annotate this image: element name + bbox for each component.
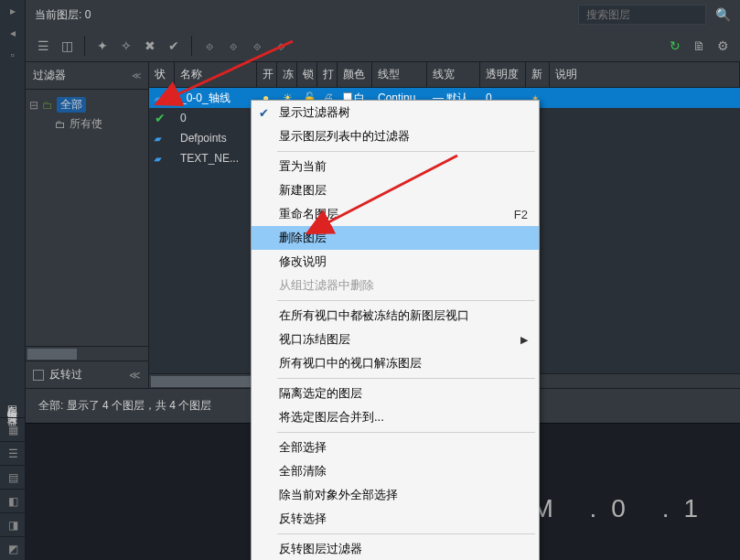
filter-scrollbar-h[interactable] xyxy=(26,346,148,361)
layer-state-a[interactable]: ⟐ xyxy=(199,36,220,56)
layer-new-icon[interactable]: ✦ xyxy=(92,36,113,56)
layer-delete-icon[interactable]: ✖ xyxy=(140,36,160,56)
context-menu-label: 除当前对象外全部选择 xyxy=(279,487,398,503)
context-menu-label: 修改说明 xyxy=(279,253,327,270)
filter-header-chevron-icon[interactable]: ≪ xyxy=(132,70,141,81)
settings-icon[interactable]: ⚙ xyxy=(713,36,733,56)
context-menu-item[interactable]: ✔显示过滤器树 xyxy=(252,101,539,124)
layer-state-c[interactable]: ⟐ xyxy=(247,36,267,56)
col-lock[interactable]: 锁 xyxy=(297,62,317,87)
context-menu-item[interactable]: 修改说明 xyxy=(252,250,539,274)
filter-child-label: 所有使 xyxy=(70,116,102,132)
context-menu-item: 从组过滤器中删除 xyxy=(252,274,539,297)
context-menu-item[interactable]: 将选定图层合并到... xyxy=(252,405,539,429)
context-menu-label: 在所有视口中都被冻结的新图层视口 xyxy=(279,307,469,324)
rail-icon-home[interactable]: ▫ xyxy=(0,44,26,66)
context-menu-item[interactable]: 新建图层 xyxy=(252,178,539,202)
context-menu-label: 从组过滤器中删除 xyxy=(279,277,374,294)
context-menu-label: 全部选择 xyxy=(279,439,327,456)
top-bar: 当前图层: 0 🔍 xyxy=(26,0,740,29)
search-input[interactable] xyxy=(578,5,706,25)
filter-group-icon[interactable]: ◫ xyxy=(57,36,77,56)
rail-icon-b[interactable]: ☰ xyxy=(0,441,26,465)
context-menu-item[interactable]: 所有视口中的视口解冻图层 xyxy=(252,351,539,375)
context-menu: ✔显示过滤器树显示图层列表中的过滤器置为当前新建图层重命名图层F2删除图层修改说… xyxy=(251,100,540,560)
context-menu-item[interactable]: 在所有视口中都被冻结的新图层视口 xyxy=(252,304,539,328)
col-newvp[interactable]: 新 xyxy=(526,62,550,87)
folder-icon: 🗀 xyxy=(55,118,66,131)
context-menu-item[interactable]: 置为当前 xyxy=(252,155,539,178)
context-menu-label: 显示过滤器树 xyxy=(279,104,350,121)
context-menu-item[interactable]: 显示图层列表中的过滤器 xyxy=(252,124,539,148)
rail-icon-pin[interactable]: ◂ xyxy=(0,22,26,44)
col-color[interactable]: 颜色 xyxy=(338,62,372,87)
col-on[interactable]: 开 xyxy=(257,62,277,87)
sync-icon[interactable]: 🗎 xyxy=(689,36,709,56)
toolbar: ☰ ◫ ✦ ✧ ✖ ✔ ⟐ ⟐ ⟐ ⟐ ↻ 🗎 ⚙ xyxy=(26,29,740,62)
col-name[interactable]: 名称 xyxy=(175,62,257,87)
context-menu-label: 视口冻结图层 xyxy=(279,331,350,348)
filter-header-label: 过滤器 xyxy=(33,68,66,83)
context-menu-label: 新建图层 xyxy=(279,182,327,199)
folder-icon: 🗀 xyxy=(42,99,53,112)
filter-new-icon[interactable]: ☰ xyxy=(33,36,53,56)
filter-panel: 过滤器 ≪ ⊟ 🗀 全部 🗀 所有使 xyxy=(26,62,149,388)
col-linetype[interactable]: 线型 xyxy=(372,62,427,87)
context-menu-label: 反转图层过滤器 xyxy=(279,541,362,557)
filter-root-label: 全部 xyxy=(57,97,86,113)
table-header: 状 名称 开 冻 锁 打 颜色 线型 线宽 透明度 新 说明 xyxy=(149,62,740,88)
panel-title-vertical: 图层特性管理器 xyxy=(0,390,25,417)
context-menu-item[interactable]: 全部清除 xyxy=(252,459,539,483)
current-layer-label: 当前图层: 0 xyxy=(35,7,569,23)
layer-state-b[interactable]: ⟐ xyxy=(223,36,243,56)
context-menu-item[interactable]: 重命名图层F2 xyxy=(252,202,539,226)
col-freeze[interactable]: 冻 xyxy=(277,62,297,87)
context-menu-label: 反转选择 xyxy=(279,511,327,527)
filter-footer-chevron-icon[interactable]: ≪ xyxy=(129,369,141,382)
invert-filter-checkbox[interactable] xyxy=(33,370,44,381)
refresh-icon[interactable]: ↻ xyxy=(665,36,685,56)
context-menu-label: 所有视口中的视口解冻图层 xyxy=(279,355,422,372)
context-menu-label: 重命名图层 xyxy=(279,206,338,222)
context-menu-label: 将选定图层合并到... xyxy=(279,409,384,425)
rail-icon-a[interactable]: ▦ xyxy=(0,417,26,441)
filter-tree-root[interactable]: ⊟ 🗀 全部 xyxy=(29,95,145,114)
context-menu-item[interactable]: 全部选择 xyxy=(252,436,539,459)
rail-icon-collapse[interactable]: ▸ xyxy=(0,0,26,22)
context-menu-label: 置为当前 xyxy=(279,158,327,175)
layer-new-vp-icon[interactable]: ✧ xyxy=(116,36,136,56)
context-menu-item[interactable]: 除当前对象外全部选择 xyxy=(252,483,539,507)
layer-name-cell: Defpoints xyxy=(175,132,257,145)
layer-state-d[interactable]: ⟐ xyxy=(271,36,291,56)
layer-name-cell: 0 xyxy=(175,112,257,124)
context-menu-label: 隔离选定的图层 xyxy=(279,385,362,402)
col-print[interactable]: 打 xyxy=(317,62,338,87)
context-menu-label: 删除图层 xyxy=(279,230,327,246)
context-menu-item[interactable]: 视口冻结图层▶ xyxy=(252,328,539,351)
search-icon[interactable]: 🔍 xyxy=(715,7,731,22)
layer-current-icon[interactable]: ✔ xyxy=(164,36,184,56)
context-menu-item[interactable]: 反转图层过滤器 xyxy=(252,537,539,560)
col-transparency[interactable]: 透明度 xyxy=(480,62,526,87)
context-menu-item[interactable]: 隔离选定的图层 xyxy=(252,382,539,405)
context-menu-item[interactable]: 反转选择 xyxy=(252,507,539,531)
context-menu-item[interactable]: 删除图层 xyxy=(252,226,539,250)
col-description[interactable]: 说明 xyxy=(550,62,740,87)
rail-icon-d[interactable]: ◧ xyxy=(0,489,26,512)
col-status[interactable]: 状 xyxy=(149,62,175,87)
filter-tree-child[interactable]: 🗀 所有使 xyxy=(29,114,145,134)
invert-filter-label: 反转过 xyxy=(49,367,82,382)
context-menu-label: 全部清除 xyxy=(279,463,327,479)
rail-icon-e[interactable]: ◨ xyxy=(0,512,26,536)
context-menu-label: 显示图层列表中的过滤器 xyxy=(279,128,410,145)
left-toolbar-rail: ▸ ◂ ▫ 图层特性管理器 ▦ ☰ ▤ ◧ ◨ ◩ xyxy=(0,0,26,560)
rail-icon-f[interactable]: ◩ xyxy=(0,536,26,560)
rail-icon-c[interactable]: ▤ xyxy=(0,465,26,489)
col-lineweight[interactable]: 线宽 xyxy=(427,62,480,87)
layer-name-cell: TEXT_NE... xyxy=(175,152,257,165)
layer-name-cell: _0-0_轴线 xyxy=(175,91,257,106)
